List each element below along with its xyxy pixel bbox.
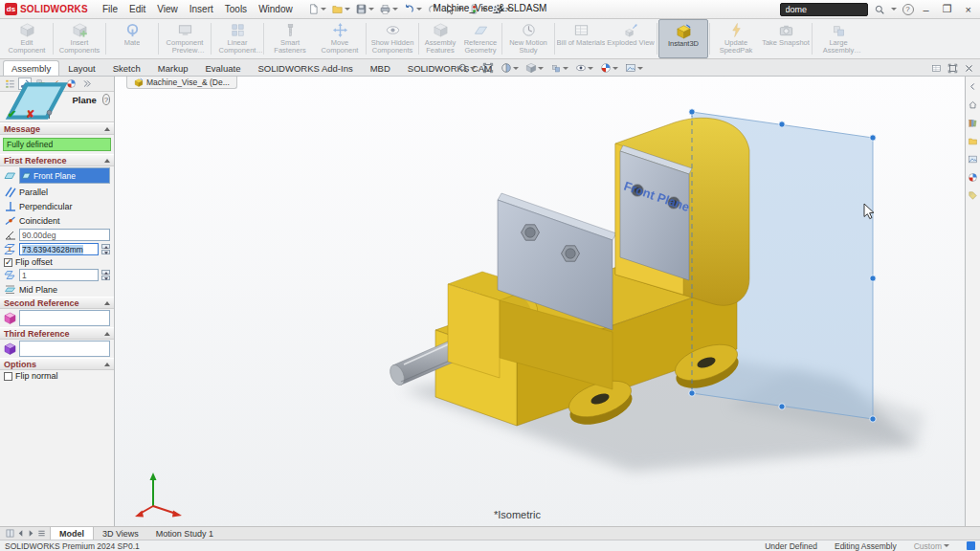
ribbon-new-motion-study[interactable]: New Motion Study (503, 19, 553, 58)
tab-evaluate[interactable]: Evaluate (196, 60, 249, 76)
menu-window[interactable]: Window (254, 2, 298, 16)
ribbon-instant3d[interactable]: Instant3D (658, 19, 708, 58)
zoom-to-fit-icon[interactable] (482, 62, 494, 74)
solidworks-resources-icon[interactable] (968, 99, 978, 110)
custom-properties-icon[interactable] (968, 190, 978, 201)
zoom-icon[interactable] (457, 62, 476, 74)
ribbon-insert-components[interactable]: Insert Components (55, 19, 104, 58)
mid-plane-row[interactable]: Mid Plane (0, 282, 114, 297)
vise-fixed-jaw[interactable]: Front Plane (615, 118, 749, 305)
tab-mbd[interactable]: MBD (362, 60, 399, 76)
constraint-parallel[interactable]: Parallel (0, 185, 114, 199)
fullscreen-icon[interactable] (947, 63, 958, 74)
vise-model[interactable]: Front Plane (388, 118, 749, 431)
number-of-planes-field[interactable]: 1 (19, 269, 99, 281)
tab-sketch[interactable]: Sketch (104, 60, 149, 76)
section-options[interactable]: Options (0, 358, 114, 370)
apply-scene-icon[interactable] (625, 62, 643, 74)
appearances-scenes-icon[interactable] (968, 172, 978, 183)
second-reference-selection-box[interactable] (19, 310, 110, 326)
manager-tabs-overflow[interactable] (79, 77, 93, 90)
bottom-tab-model[interactable]: Model (50, 527, 94, 540)
edit-appearance-icon[interactable] (600, 62, 618, 74)
property-manager-help-icon[interactable]: ? (102, 94, 110, 105)
section-message[interactable]: Message (0, 122, 114, 135)
menu-tools[interactable]: Tools (220, 2, 252, 16)
next-tab-icon[interactable] (27, 529, 35, 538)
status-units-dropdown[interactable]: Custom (914, 541, 949, 551)
window-minimize-button[interactable]: – (920, 4, 933, 15)
ribbon-show-hidden-components[interactable]: Show Hidden Components (368, 19, 417, 58)
graphics-area[interactable]: Front Plane (115, 77, 965, 526)
keep-visible-pin-icon[interactable] (44, 109, 55, 120)
hide-show-items-icon[interactable] (575, 62, 593, 74)
section-first-reference[interactable]: First Reference (0, 154, 114, 166)
view-orientation-icon[interactable] (525, 62, 544, 74)
tab-assembly[interactable]: Assembly (3, 60, 59, 76)
section-view-icon[interactable] (501, 62, 519, 74)
vise-movable-jaw[interactable] (448, 193, 616, 389)
constraint-perpendicular[interactable]: Perpendicular (0, 199, 114, 213)
menu-view[interactable]: View (152, 2, 183, 16)
window-close-button[interactable]: × (962, 4, 975, 15)
tab-solidworks-add-ins[interactable]: SOLIDWORKS Add-Ins (249, 60, 361, 76)
ribbon-assembly-features[interactable]: Assembly Features (420, 19, 460, 58)
ribbon-bill-of-materials[interactable]: Bill of Materials (556, 19, 606, 58)
count-spinner[interactable] (101, 270, 110, 280)
print-button[interactable] (377, 2, 400, 16)
new-document-button[interactable] (305, 2, 328, 16)
tab-list-icon[interactable] (37, 529, 46, 538)
ribbon-exploded-view[interactable]: Exploded View (606, 19, 656, 58)
search-input[interactable] (780, 3, 868, 16)
flip-normal-checkbox[interactable] (4, 372, 12, 381)
tab-layout[interactable]: Layout (59, 60, 104, 76)
cancel-button[interactable]: ✘ (26, 108, 34, 121)
open-document-button[interactable] (329, 2, 352, 16)
undo-button[interactable] (401, 2, 424, 16)
menu-edit[interactable]: Edit (124, 2, 150, 16)
section-second-reference[interactable]: Second Reference (0, 297, 114, 309)
ok-button[interactable]: ✔ (8, 108, 16, 121)
task-pane-expand-icon[interactable] (968, 81, 978, 92)
ribbon-reference-geometry[interactable]: Reference Geometry (460, 19, 501, 58)
offset-spinner[interactable] (101, 244, 110, 254)
ribbon-move-component[interactable]: Move Component (315, 19, 365, 58)
offset-distance-field[interactable]: 73.63943628mm (19, 243, 99, 255)
flip-offset-row[interactable]: Flip offset (0, 256, 114, 268)
ribbon-update-speedpak[interactable]: Update SpeedPak (711, 19, 761, 58)
tab-markup[interactable]: Markup (149, 60, 197, 76)
tags-icon[interactable] (967, 541, 975, 550)
search-dropdown-caret[interactable] (891, 8, 897, 11)
document-flyout-tab[interactable]: Machine_Vise_& (De... (126, 77, 237, 89)
previous-tab-icon[interactable] (16, 529, 25, 538)
menu-file[interactable]: File (98, 2, 122, 16)
angle-field[interactable]: 90.00deg (19, 229, 110, 241)
first-reference-selection-box[interactable]: Front Plane (19, 167, 110, 184)
bottom-tab-3d-views[interactable]: 3D Views (94, 527, 147, 540)
view-palette-icon[interactable] (968, 154, 978, 165)
ribbon-take-snapshot[interactable]: Take Snapshot (761, 19, 811, 58)
flip-offset-checkbox[interactable] (4, 258, 12, 267)
save-button[interactable] (353, 2, 376, 16)
ribbon-component-preview-window[interactable]: Component Preview Window (160, 19, 210, 58)
third-reference-selection-box[interactable] (19, 341, 110, 357)
design-library-icon[interactable] (968, 118, 978, 128)
help-icon[interactable]: ? (902, 4, 914, 15)
search-icon[interactable] (874, 4, 885, 15)
ribbon-large-assembly-settings[interactable]: Large Assembly Settings (813, 19, 863, 58)
ribbon-linear-component-pattern[interactable]: Linear Component Pattern (212, 19, 262, 58)
window-restore-button[interactable]: ❐ (939, 3, 956, 15)
close-document-icon[interactable] (964, 63, 974, 74)
bottom-tab-motion-study[interactable]: Motion Study 1 (147, 527, 222, 540)
flip-normal-row[interactable]: Flip normal (0, 370, 114, 382)
display-style-icon[interactable] (550, 62, 568, 74)
selected-reference-item[interactable]: Front Plane (20, 168, 109, 183)
section-third-reference[interactable]: Third Reference (0, 327, 114, 340)
ribbon-smart-fasteners[interactable]: Smart Fasteners (265, 19, 315, 58)
file-explorer-icon[interactable] (968, 136, 978, 146)
constraint-coincident[interactable]: Coincident (0, 213, 114, 228)
ribbon-edit-component[interactable]: Edit Component (2, 19, 52, 58)
pane-layout-icon[interactable] (931, 63, 942, 74)
ribbon-mate[interactable]: Mate (107, 19, 157, 58)
menu-insert[interactable]: Insert (185, 2, 218, 16)
